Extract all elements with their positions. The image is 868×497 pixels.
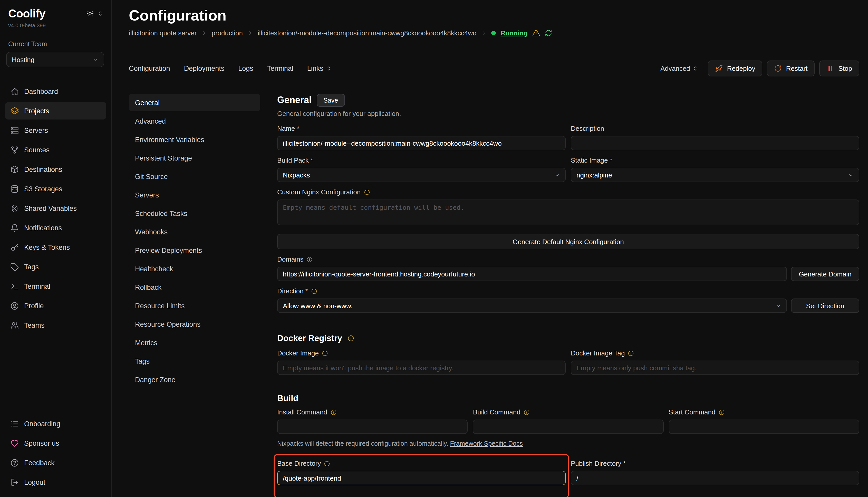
- breadcrumb-project[interactable]: illicitonion quote server: [129, 29, 197, 37]
- general-heading: General: [277, 95, 312, 106]
- sidebar-item-logout[interactable]: Logout: [5, 473, 106, 491]
- description-input[interactable]: [571, 136, 859, 150]
- variable-icon: [10, 204, 19, 213]
- info-icon[interactable]: [322, 350, 328, 356]
- build-pack-field-group: Build Pack * Nixpacks: [277, 156, 566, 182]
- subnav-scheduled-tasks[interactable]: Scheduled Tasks: [129, 205, 260, 222]
- help-circle-icon: [10, 458, 19, 467]
- advanced-dropdown[interactable]: Advanced: [660, 65, 698, 72]
- start-command-input[interactable]: [669, 420, 859, 434]
- subnav-rollback[interactable]: Rollback: [129, 279, 260, 296]
- info-icon[interactable]: [524, 409, 530, 415]
- subnav-danger-zone[interactable]: Danger Zone: [129, 371, 260, 388]
- server-icon: [10, 126, 19, 134]
- sidebar-item-label: Onboarding: [24, 420, 60, 427]
- sidebar-item-teams[interactable]: Teams: [5, 316, 106, 334]
- info-icon[interactable]: [718, 409, 725, 415]
- tab-deployments[interactable]: Deployments: [184, 65, 224, 72]
- build-heading: Build: [277, 393, 299, 403]
- info-icon[interactable]: [347, 335, 354, 342]
- tab-links[interactable]: Links: [307, 65, 332, 72]
- install-command-input[interactable]: [277, 420, 468, 434]
- sidebar-item-feedback[interactable]: Feedback: [5, 454, 106, 471]
- set-direction-button[interactable]: Set Direction: [791, 299, 859, 313]
- sidebar-item-sponsor[interactable]: Sponsor us: [5, 435, 106, 452]
- tab-links-label: Links: [307, 65, 323, 72]
- subnav-git-source[interactable]: Git Source: [129, 168, 260, 185]
- stop-button[interactable]: Stop: [819, 60, 859, 76]
- info-icon[interactable]: [364, 189, 370, 195]
- subnav-preview-deployments[interactable]: Preview Deployments: [129, 242, 260, 259]
- info-icon[interactable]: [628, 350, 634, 356]
- sidebar-item-label: Projects: [24, 107, 49, 115]
- sidebar-item-projects[interactable]: Projects: [5, 102, 106, 119]
- breadcrumb-application[interactable]: illicitestonion/-module--decomposition:m…: [258, 29, 477, 37]
- subnav-servers[interactable]: Servers: [129, 186, 260, 204]
- sidebar-item-tags[interactable]: Tags: [5, 258, 106, 275]
- team-select[interactable]: Hosting: [6, 52, 104, 67]
- direction-value: Allow www & non-www.: [283, 302, 353, 310]
- tab-logs[interactable]: Logs: [238, 65, 253, 72]
- info-icon[interactable]: [311, 288, 317, 294]
- sidebar-item-dashboard[interactable]: Dashboard: [5, 83, 106, 100]
- subnav-general[interactable]: General: [129, 94, 260, 111]
- subnav-resource-operations[interactable]: Resource Operations: [129, 315, 260, 333]
- tabs: Configuration Deployments Logs Terminal …: [129, 65, 332, 72]
- info-icon[interactable]: [324, 460, 330, 467]
- direction-select[interactable]: Allow www & non-www.: [277, 299, 787, 313]
- status-dot: [492, 31, 496, 36]
- status-running-link[interactable]: Running: [501, 29, 528, 37]
- static-image-select[interactable]: nginx:alpine: [571, 168, 859, 182]
- chevrons-up-down-icon[interactable]: [98, 11, 103, 16]
- nginx-config-textarea[interactable]: [277, 200, 859, 225]
- chevron-right-icon: [481, 30, 487, 36]
- sun-icon[interactable]: [86, 10, 94, 17]
- subnav-healthcheck[interactable]: Healthcheck: [129, 260, 260, 278]
- sidebar-item-servers[interactable]: Servers: [5, 122, 106, 139]
- base-directory-input[interactable]: [277, 471, 566, 485]
- sidebar-item-label: Logout: [24, 478, 45, 486]
- subnav-resource-limits[interactable]: Resource Limits: [129, 297, 260, 314]
- generate-nginx-button[interactable]: Generate Default Nginx Configuration: [277, 234, 859, 249]
- subnav-advanced[interactable]: Advanced: [129, 112, 260, 130]
- build-pack-select[interactable]: Nixpacks: [277, 168, 566, 182]
- framework-docs-link[interactable]: Framework Specific Docs: [450, 440, 523, 447]
- sidebar-item-sources[interactable]: Sources: [5, 141, 106, 158]
- sidebar-item-label: S3 Storages: [24, 185, 63, 193]
- page-title: Configuration: [129, 7, 859, 24]
- refresh-icon[interactable]: [545, 29, 552, 37]
- sidebar-item-keys-tokens[interactable]: Keys & Tokens: [5, 239, 106, 256]
- sidebar-item-s3-storages[interactable]: S3 Storages: [5, 180, 106, 197]
- restart-button[interactable]: Restart: [767, 60, 815, 76]
- subnav-webhooks[interactable]: Webhooks: [129, 223, 260, 241]
- subnav-tags[interactable]: Tags: [129, 352, 260, 370]
- sidebar-item-profile[interactable]: Profile: [5, 297, 106, 314]
- info-icon[interactable]: [307, 256, 313, 262]
- subnav-environment-variables[interactable]: Environment Variables: [129, 131, 260, 148]
- subnav-persistent-storage[interactable]: Persistent Storage: [129, 149, 260, 167]
- tab-terminal[interactable]: Terminal: [267, 65, 293, 72]
- static-image-value: nginx:alpine: [576, 171, 612, 179]
- breadcrumb-environment[interactable]: production: [211, 29, 243, 37]
- save-button[interactable]: Save: [317, 94, 345, 107]
- subnav-metrics[interactable]: Metrics: [129, 334, 260, 351]
- sidebar-item-terminal[interactable]: Terminal: [5, 278, 106, 295]
- name-input[interactable]: [277, 136, 566, 150]
- sidebar-item-onboarding[interactable]: Onboarding: [5, 415, 106, 432]
- publish-directory-input[interactable]: [571, 471, 859, 485]
- sidebar-item-label: Sponsor us: [24, 439, 59, 447]
- docker-image-tag-input[interactable]: [571, 360, 859, 375]
- sidebar-item-notifications[interactable]: Notifications: [5, 219, 106, 237]
- domains-input[interactable]: [277, 267, 787, 281]
- domains-field-group: Domains Generate Domain: [277, 255, 859, 281]
- build-command-input[interactable]: [473, 420, 664, 434]
- generate-domain-button[interactable]: Generate Domain: [791, 267, 859, 281]
- info-icon[interactable]: [330, 409, 336, 415]
- configuration-content: General Advanced Environment Variables P…: [129, 94, 859, 497]
- sidebar-item-shared-variables[interactable]: Shared Variables: [5, 200, 106, 217]
- build-pack-value: Nixpacks: [283, 171, 310, 179]
- redeploy-button[interactable]: Redeploy: [708, 60, 762, 76]
- sidebar-item-destinations[interactable]: Destinations: [5, 160, 106, 178]
- tab-configuration[interactable]: Configuration: [129, 65, 170, 72]
- docker-image-input[interactable]: [277, 360, 566, 375]
